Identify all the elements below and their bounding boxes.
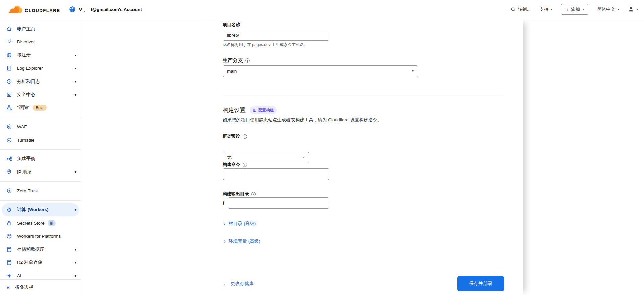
chevron-down-icon: ▾ (618, 8, 619, 11)
build-settings-description: 如果您的项目使用静态站点生成器或构建工具，请为 Cloudflare 设置构建指… (223, 117, 382, 123)
production-branch-value: main (227, 69, 237, 74)
build-command-input[interactable] (223, 168, 329, 180)
ip-icon (6, 169, 12, 175)
project-name-input[interactable] (223, 30, 329, 41)
sidebar-item-label: 分析和日志 (17, 79, 40, 85)
chevron-down-icon: ▾ (75, 53, 76, 57)
change-repository-link[interactable]: ← 更改存储库 (223, 281, 254, 287)
sidebar-item-workers[interactable]: 计算 (Workers)▾ (2, 203, 79, 216)
production-branch-select[interactable]: main ▾ (223, 65, 418, 77)
info-icon[interactable]: i (245, 58, 250, 63)
collapse-sidebar-button[interactable]: « 折叠边栏 (0, 279, 81, 295)
chevron-down-icon: ▾ (75, 261, 76, 264)
chevron-down-icon: ▾ (412, 69, 414, 73)
project-name-helper: 此名称将用于在 pages.dev 上生成永久主机名。 (223, 42, 308, 48)
sidebar-item-label: Log Explorer (17, 66, 43, 71)
ai-icon (6, 273, 12, 279)
top-header: CLOUDFLARE V . t@gmail.com's Account 转到.… (0, 0, 644, 19)
globe-icon (6, 52, 12, 58)
user-menu[interactable]: ▾ (628, 6, 638, 12)
production-branch-label: 生产分支 i (223, 57, 250, 64)
chevron-right-icon (222, 222, 226, 225)
account-prefix: V (79, 7, 82, 12)
sidebar-item-label: WAF (17, 124, 27, 129)
collapse-label: 折叠边栏 (15, 284, 33, 290)
r2-icon (6, 260, 12, 265)
sidebar-item-platforms[interactable]: Workers for Platforms (0, 230, 81, 243)
chevron-down-icon: ▾ (75, 93, 76, 97)
environment-variables-link[interactable]: 环境变量 (高级) (223, 238, 260, 244)
new-badge: 新 (48, 220, 56, 226)
turnstile-icon (6, 137, 12, 143)
sidebar-item-lightbulb[interactable]: Discover (0, 35, 81, 48)
sidebar-item-r2[interactable]: R2 对象存储▾ (0, 256, 81, 269)
framework-preset-select[interactable]: 无 ▾ (223, 152, 309, 163)
search-go-to[interactable]: 转到... (511, 6, 531, 12)
sidebar-divider (0, 149, 81, 150)
sidebar-item-ip[interactable]: IP 地址▾ (0, 165, 81, 179)
analytics-icon (6, 79, 12, 84)
sidebar-item-label: 存储和数据库 (17, 246, 44, 252)
security-icon (6, 92, 12, 98)
sidebar-item-globe[interactable]: 域注册▾ (0, 49, 81, 62)
sidebar-item-label: 安全中心 (17, 92, 35, 98)
plus-icon: + (566, 7, 569, 12)
language-menu[interactable]: 简体中文 ▾ (597, 6, 619, 12)
sidebar-item-load-balancer[interactable]: 负载平衡 (0, 152, 81, 165)
build-command-label: 构建命令 i (223, 162, 247, 168)
language-label: 简体中文 (597, 6, 615, 12)
sidebar-item-label: Zero Trust (17, 188, 38, 193)
build-output-label: 构建输出目录 i (223, 191, 256, 197)
cloudflare-logo[interactable]: CLOUDFLARE (6, 5, 60, 14)
framework-preset-value: 无 (227, 154, 232, 160)
person-icon (628, 6, 634, 12)
lightbulb-icon (6, 39, 12, 45)
chevron-down-icon: ▾ (303, 156, 305, 159)
sidebar-item-home[interactable]: 帐户主页 (0, 22, 81, 35)
sidebar-item-label: Secrets Store (17, 220, 45, 226)
sidebar: 帐户主页Discover域注册▾Log Explorer▾分析和日志▾安全中心▾… (0, 19, 81, 295)
sidebar-item-log[interactable]: Log Explorer▾ (0, 62, 81, 75)
sidebar-item-zero-trust[interactable]: Zero Trust (0, 184, 81, 197)
logo-wordmark: CLOUDFLARE (25, 8, 60, 14)
save-and-deploy-button[interactable]: 保存并部署 (457, 276, 504, 291)
sidebar-item-storage[interactable]: 存储和数据库▾ (0, 243, 81, 256)
build-output-input[interactable] (228, 197, 329, 209)
book-icon (253, 108, 257, 112)
home-icon (6, 26, 12, 32)
build-settings-title: 构建设置 配置构建 (223, 106, 277, 114)
footer-divider (223, 266, 504, 266)
chevron-down-icon: ▾ (75, 274, 76, 278)
pages-setup-panel: 项目名称 此名称将用于在 pages.dev 上生成永久主机名。 生产分支 i … (203, 19, 523, 295)
info-icon[interactable]: i (243, 134, 247, 139)
configure-build-badge[interactable]: 配置构建 (250, 106, 277, 114)
sidebar-item-label: 域注册 (17, 52, 31, 58)
project-name-label: 项目名称 (223, 22, 240, 28)
sidebar-item-label: IP 地址 (17, 169, 32, 175)
chevron-down-icon: ▾ (75, 248, 76, 251)
chevron-down-icon: ▾ (75, 80, 76, 83)
trace-icon (6, 105, 12, 111)
sidebar-divider (0, 117, 81, 117)
root-directory-link[interactable]: 根目录 (高级) (223, 220, 256, 227)
double-chevron-left-icon: « (7, 284, 10, 290)
add-button[interactable]: + 添加 ▾ (561, 4, 588, 15)
info-icon[interactable]: i (243, 163, 247, 167)
zero-trust-icon (6, 188, 12, 194)
sidebar-item-analytics[interactable]: 分析和日志▾ (0, 75, 81, 88)
sidebar-item-turnstile[interactable]: Turnstile (0, 133, 81, 146)
sidebar-item-label: 负载平衡 (17, 156, 35, 162)
sidebar-item-security[interactable]: 安全中心▾ (0, 88, 81, 101)
search-label: 转到... (518, 6, 531, 12)
sidebar-divider (0, 181, 81, 182)
sidebar-item-label: Turnstile (17, 138, 34, 143)
account-switcher[interactable]: V . t@gmail.com's Account (69, 6, 142, 13)
sidebar-item-waf[interactable]: WAF (0, 120, 81, 133)
log-icon (6, 65, 12, 71)
search-icon (511, 7, 516, 12)
sidebar-item-trace[interactable]: "跟踪"Beta (0, 101, 81, 114)
support-menu[interactable]: 支持 ▾ (539, 6, 552, 12)
globe-icon (69, 6, 76, 13)
info-icon[interactable]: i (251, 192, 256, 196)
sidebar-item-lock[interactable]: Secrets Store新 (0, 216, 81, 230)
